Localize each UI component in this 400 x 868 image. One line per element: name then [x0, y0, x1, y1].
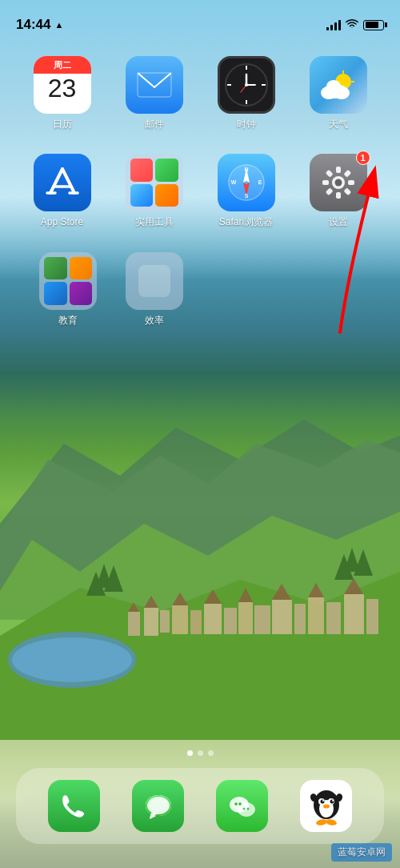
calendar-header: 周二 — [34, 56, 91, 74]
battery-icon — [363, 20, 384, 30]
status-bar: 14:44 ▲ — [0, 0, 400, 40]
utility-mini-2 — [155, 159, 178, 182]
svg-rect-15 — [254, 605, 270, 634]
svg-point-90 — [246, 807, 249, 810]
svg-point-98 — [332, 800, 334, 802]
svg-rect-21 — [366, 599, 378, 634]
svg-point-99 — [323, 804, 330, 808]
annotation-arrow — [324, 156, 388, 340]
signal-bar-2 — [330, 25, 333, 30]
signal-bar-4 — [338, 20, 341, 30]
svg-point-95 — [320, 799, 324, 803]
status-time: 14:44 — [16, 17, 50, 33]
page-dots — [0, 750, 400, 756]
safari-icon: N S W E — [218, 154, 275, 211]
safari-label: Safari浏览器 — [219, 216, 273, 227]
svg-point-88 — [238, 802, 242, 806]
edu-mini-1 — [44, 257, 67, 280]
dock-wechat[interactable] — [216, 780, 268, 832]
app-mail[interactable]: 邮件 — [118, 56, 190, 130]
svg-point-54 — [326, 80, 341, 93]
svg-line-55 — [50, 169, 62, 193]
svg-point-97 — [322, 800, 324, 802]
svg-rect-10 — [172, 605, 188, 634]
svg-rect-14 — [238, 602, 253, 634]
utility-mini-4 — [155, 184, 178, 207]
svg-text:S: S — [244, 193, 248, 199]
dock — [16, 768, 384, 844]
signal-bar-1 — [326, 27, 329, 30]
status-right — [326, 18, 384, 31]
svg-rect-9 — [160, 610, 170, 633]
svg-line-56 — [62, 169, 74, 193]
dock-phone[interactable] — [48, 780, 100, 832]
wifi-icon — [346, 18, 358, 31]
svg-point-45 — [245, 83, 248, 86]
location-icon: ▲ — [54, 20, 63, 30]
calendar-icon: 周二 23 — [34, 56, 91, 114]
page-dot-2 — [198, 750, 203, 756]
efficiency-inner — [138, 265, 170, 297]
svg-point-6 — [12, 637, 132, 682]
svg-rect-18 — [308, 597, 324, 634]
svg-rect-16 — [272, 600, 292, 634]
svg-text:N: N — [244, 167, 248, 172]
calendar-date: 23 — [48, 75, 77, 101]
svg-rect-12 — [204, 604, 222, 634]
utility-label: 实用工具 — [135, 216, 174, 227]
app-utility[interactable]: 实用工具 — [118, 154, 190, 227]
appstore-label: App Store — [41, 216, 83, 227]
svg-point-83 — [147, 797, 170, 814]
utility-icon — [126, 154, 183, 211]
app-education[interactable]: 教育 — [32, 252, 104, 326]
landscape — [0, 299, 400, 740]
weather-icon — [310, 56, 367, 114]
app-weather[interactable]: 天气 — [302, 56, 374, 130]
phone-icon — [48, 780, 100, 832]
clock-label: 时钟 — [237, 119, 256, 130]
education-label: 教育 — [58, 315, 78, 326]
dock-qq[interactable] — [300, 780, 352, 832]
app-calendar[interactable]: 周二 23 日历 — [26, 56, 98, 130]
utility-mini-1 — [130, 159, 154, 182]
dock-messages[interactable] — [132, 780, 184, 832]
appstore-icon — [34, 154, 91, 211]
education-icon — [39, 252, 97, 310]
calendar-label: 日历 — [53, 119, 72, 130]
signal-bars — [326, 20, 341, 30]
svg-rect-8 — [144, 608, 158, 636]
wechat-icon — [216, 780, 268, 832]
page-dot-3 — [208, 750, 214, 756]
app-safari[interactable]: N S W E Safari浏览器 — [210, 154, 282, 227]
qq-icon — [300, 780, 352, 832]
battery-fill — [366, 22, 379, 28]
svg-point-102 — [315, 818, 327, 826]
svg-rect-19 — [326, 602, 341, 634]
watermark: 蓝莓安卓网 — [331, 843, 392, 862]
efficiency-icon — [126, 252, 183, 310]
page-dot-1 — [187, 750, 193, 756]
svg-rect-11 — [190, 610, 202, 634]
app-clock[interactable]: 时钟 — [210, 56, 282, 130]
mail-icon — [126, 56, 183, 114]
svg-point-96 — [330, 799, 334, 803]
svg-rect-7 — [128, 612, 140, 636]
svg-rect-13 — [224, 608, 237, 634]
svg-text:W: W — [230, 179, 236, 185]
app-appstore[interactable]: App Store — [26, 154, 98, 227]
utility-mini-3 — [130, 184, 154, 207]
edu-mini-3 — [44, 282, 67, 305]
signal-bar-3 — [334, 22, 337, 30]
svg-rect-20 — [344, 594, 364, 634]
app-efficiency[interactable]: 效率 — [118, 252, 190, 326]
svg-point-103 — [325, 818, 337, 826]
app-row-1: 周二 23 日历 邮件 — [16, 56, 384, 130]
edu-mini-2 — [70, 257, 93, 280]
svg-rect-17 — [294, 604, 306, 634]
svg-text:E: E — [258, 179, 262, 185]
svg-point-89 — [242, 807, 245, 810]
efficiency-label: 效率 — [145, 315, 164, 326]
messages-icon — [132, 780, 184, 832]
mail-label: 邮件 — [145, 119, 164, 130]
svg-point-87 — [234, 802, 238, 806]
